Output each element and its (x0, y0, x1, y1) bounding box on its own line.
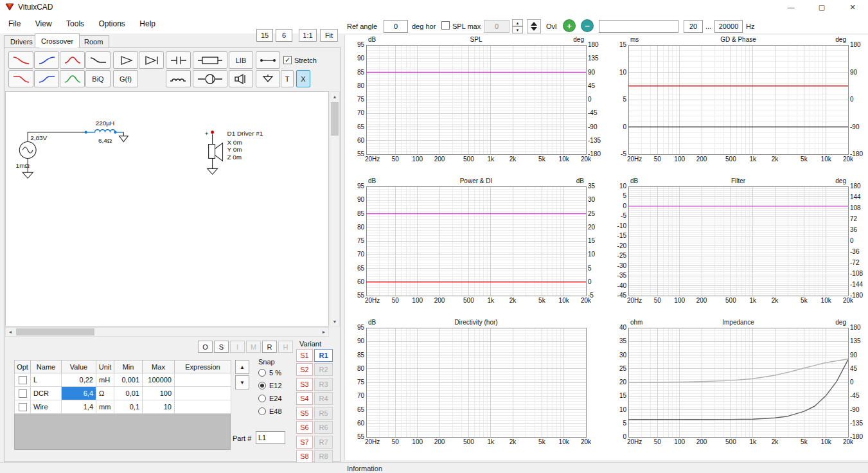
opt-checkbox[interactable] (19, 389, 27, 398)
autoscale-button[interactable] (527, 19, 541, 33)
maximize-button[interactable]: ▢ (807, 0, 837, 14)
tool-transformer-button[interactable] (193, 70, 227, 87)
tool-highshelf-button[interactable] (34, 51, 59, 69)
svg-text:5: 5 (588, 265, 592, 272)
cell-unit[interactable]: mm (96, 400, 114, 414)
cell-unit[interactable]: Ω (96, 387, 114, 400)
cell-value[interactable]: 1,4 (62, 400, 96, 414)
cell-name[interactable]: L (31, 373, 62, 387)
variant-s7-button[interactable]: S7 (296, 436, 313, 449)
tool-capacitor-button[interactable] (166, 51, 191, 69)
rotate-button[interactable]: R (262, 341, 277, 353)
voltage-source[interactable]: 2,83V 1mΩ (16, 132, 86, 179)
cell-unit[interactable]: mH (96, 373, 114, 387)
ref-angle-input[interactable] (384, 20, 408, 33)
spl-max-checkbox[interactable] (441, 21, 450, 30)
tool-shelf-button[interactable] (85, 51, 111, 69)
cell-value[interactable]: 0,22 (62, 373, 96, 387)
tool-speaker-button[interactable] (229, 70, 253, 87)
scroll-left-icon[interactable]: ◄ (6, 328, 15, 336)
variant-s2-button[interactable]: S2 (296, 363, 313, 376)
cell-min[interactable]: 0,01 (114, 387, 143, 400)
canvas-horizontal-scrollbar[interactable]: ◄ ► (5, 327, 329, 337)
snap-option-5pct[interactable]: 5 % (258, 369, 281, 377)
cell-name[interactable]: Wire (31, 400, 62, 414)
schematic-canvas[interactable]: 2,83V 1mΩ 220µH 6,4Ω + D1 Driver #1 X 0m… (5, 91, 329, 326)
overlay-name-input[interactable] (599, 20, 678, 33)
move-down-button[interactable]: ▼ (235, 375, 249, 389)
freq-end-input[interactable] (714, 20, 743, 33)
grid-x-input[interactable] (256, 29, 273, 42)
cell-min[interactable]: 0,1 (114, 400, 143, 414)
tool-gf-button[interactable]: G(f) (113, 70, 138, 87)
freq-start-input[interactable] (684, 20, 703, 33)
variant-r1-button[interactable]: R1 (314, 349, 333, 362)
grid-y-input[interactable] (276, 29, 292, 42)
cell-expression[interactable] (175, 373, 231, 387)
vertical-scroll-thumb[interactable] (331, 102, 339, 136)
zoom-1-1-button[interactable]: 1:1 (299, 29, 317, 42)
canvas-vertical-scrollbar[interactable]: ▲ ▼ (330, 91, 340, 326)
horizontal-scroll-thumb[interactable] (16, 328, 94, 335)
spin-down-button[interactable]: ▼ (512, 26, 523, 33)
menu-view[interactable]: View (30, 17, 58, 30)
overlay-remove-button[interactable]: − (581, 19, 594, 32)
tool-lowpass-button[interactable] (8, 70, 33, 87)
stretch-checkbox[interactable]: ✓ (283, 56, 292, 64)
tool-delete-button[interactable]: X (296, 70, 310, 87)
menu-options[interactable]: Options (93, 17, 131, 30)
tab-drivers[interactable]: Drivers (4, 35, 39, 48)
driver-d1[interactable]: + D1 Driver #1 X 0m Y 0m Z 0m (205, 130, 263, 175)
cell-expression[interactable] (175, 400, 231, 414)
tool-wire-button[interactable] (256, 51, 280, 69)
cell-max[interactable]: 100 (143, 387, 175, 400)
spin-up-button[interactable]: ▲ (512, 19, 523, 26)
cell-expression[interactable] (175, 387, 231, 400)
inductor-l1[interactable]: 220µH 6,4Ω (85, 120, 128, 144)
tab-crossover[interactable]: Crossover (35, 33, 80, 48)
fit-button[interactable]: Fit (320, 29, 338, 42)
menu-help[interactable]: Help (134, 17, 161, 30)
tool-text-button[interactable]: T (281, 70, 294, 87)
variant-s1-button[interactable]: S1 (296, 349, 313, 362)
move-up-button[interactable]: ▲ (235, 360, 249, 374)
overlay-add-button[interactable]: + (563, 19, 576, 32)
scroll-down-icon[interactable]: ▼ (330, 317, 339, 326)
tool-bandpass-button[interactable] (60, 70, 85, 87)
cell-name[interactable]: DCR (31, 387, 62, 400)
tool-resistor-button[interactable] (193, 51, 227, 69)
variant-s8-button[interactable]: S8 (296, 450, 313, 463)
variant-s3-button[interactable]: S3 (296, 378, 313, 391)
snap-option-e24[interactable]: E24 (258, 395, 282, 402)
tool-library-button[interactable]: LIB (229, 51, 253, 69)
tab-room[interactable]: Room (78, 35, 109, 48)
cell-value-selected[interactable]: 6,4 (62, 387, 96, 400)
close-button[interactable]: ✕ (838, 0, 867, 14)
opt-checkbox[interactable] (19, 376, 27, 384)
opt-checkbox[interactable] (19, 403, 27, 411)
minimize-button[interactable]: — (776, 0, 806, 14)
variant-s5-button[interactable]: S5 (296, 407, 313, 420)
tool-gain-button[interactable] (113, 51, 138, 69)
part-number-input[interactable] (256, 431, 285, 444)
tool-peak-button[interactable] (60, 51, 85, 69)
scroll-up-icon[interactable]: ▲ (330, 92, 339, 101)
menu-tools[interactable]: Tools (60, 17, 90, 30)
cell-max[interactable]: 100000 (143, 373, 175, 387)
snap-option-e48[interactable]: E48 (258, 407, 282, 415)
variant-s4-button[interactable]: S4 (296, 392, 313, 405)
tool-lowshelf-button[interactable] (8, 51, 33, 69)
tool-highpass-button[interactable] (34, 70, 59, 87)
cell-min[interactable]: 0,001 (114, 373, 143, 387)
menu-file[interactable]: File (3, 17, 26, 30)
scroll-right-icon[interactable]: ► (319, 328, 328, 336)
optimizer-button[interactable]: O (198, 341, 213, 353)
tool-delay-button[interactable] (139, 51, 164, 69)
tool-ground-button[interactable] (256, 70, 280, 87)
schematic-button[interactable]: S (214, 341, 229, 353)
variant-s6-button[interactable]: S6 (296, 421, 313, 434)
tool-inductor-button[interactable] (166, 70, 191, 87)
tool-biquad-button[interactable]: BiQ (85, 70, 111, 87)
snap-option-e12[interactable]: E12 (258, 382, 282, 389)
cell-max[interactable]: 10 (143, 400, 175, 414)
